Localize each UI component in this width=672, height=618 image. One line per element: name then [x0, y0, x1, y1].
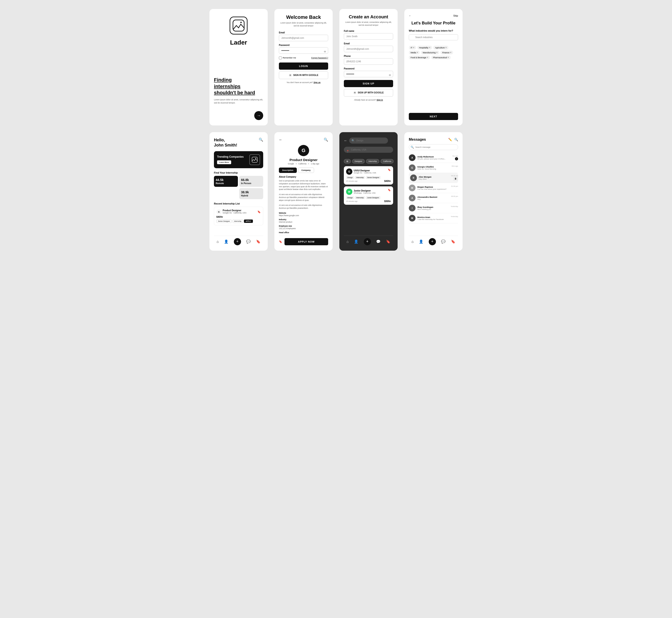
- search-icon[interactable]: 🔍: [259, 137, 263, 142]
- message-nav-icon[interactable]: 💬: [376, 239, 381, 244]
- location-wrap: 📍: [344, 147, 393, 156]
- profile-nav-icon[interactable]: 👤: [419, 239, 423, 244]
- msg-item-monica[interactable]: M Monica Iman I saw the internship for F…: [409, 213, 458, 223]
- remove-finance-tag[interactable]: ×: [450, 51, 451, 54]
- learn-more-button[interactable]: Learn More: [217, 161, 231, 164]
- result-tags-2: Design Internship Junior Designer: [346, 196, 391, 199]
- bookmark-icon-left[interactable]: 🔖: [279, 240, 282, 243]
- msg-item-ilkay[interactable]: I Ilkay Gundogan Nice meeting you Yester…: [409, 203, 458, 213]
- tab-description[interactable]: Description: [279, 168, 297, 173]
- google-signin-button[interactable]: G SIGN IN WITH GOOGLE: [279, 72, 328, 79]
- message-search-input[interactable]: [409, 144, 458, 150]
- tag-finance: Finance×: [441, 50, 453, 55]
- back-button[interactable]: ←: [409, 14, 411, 17]
- back-button[interactable]: ←: [279, 138, 282, 142]
- remove-pharma-tag[interactable]: ×: [448, 56, 449, 59]
- filter-chip-california[interactable]: California: [381, 159, 394, 164]
- avatar-ilkay: I: [409, 205, 415, 211]
- arrow-button[interactable]: →: [254, 111, 263, 120]
- apply-now-button[interactable]: APPLY NOW: [284, 238, 328, 245]
- search-input[interactable]: [349, 137, 388, 143]
- result-card-1[interactable]: G UX/UI Designer Google Inc · California…: [344, 166, 393, 185]
- msg-item-giorgio[interactable]: G Giorgio Chiellini Hello sir, Good Morn…: [409, 163, 458, 173]
- result-card-2[interactable]: W Junior Designer Whatsapp · California,…: [344, 186, 393, 205]
- phone-label: Phone: [344, 55, 393, 57]
- job-card: G Product Designer Google Inc · Californ…: [214, 207, 263, 225]
- remember-label[interactable]: Remember me: [279, 57, 296, 59]
- result-info-2: Junior Designer Whatsapp · California, U…: [354, 190, 375, 194]
- home-nav-icon[interactable]: ⌂: [347, 240, 349, 244]
- google-signup-button[interactable]: G SIGN UP WITH GOOGLE: [344, 89, 393, 97]
- about-company-title: About Company: [279, 176, 328, 178]
- login-button[interactable]: LOGIN: [279, 63, 328, 70]
- msg-preview-monica: I saw the internship for Facebook: [417, 218, 458, 220]
- forgot-password-link[interactable]: Forgot Password ?: [311, 57, 328, 59]
- remove-hospitality-tag[interactable]: ×: [429, 46, 430, 49]
- bookmark-nav-icon[interactable]: 🔖: [451, 239, 455, 244]
- remove-agriculture-tag[interactable]: ×: [445, 46, 447, 49]
- msg-item-andy[interactable]: A Andy Robertson Oh yes, please send you…: [409, 153, 458, 163]
- message-list: A Andy Robertson Oh yes, please send you…: [409, 153, 458, 236]
- landing-screen: Lader Finding internships shouldn't be h…: [209, 9, 268, 125]
- back-button[interactable]: ←: [344, 139, 348, 143]
- location-input[interactable]: [344, 147, 393, 153]
- remove-it-tag[interactable]: ×: [413, 46, 414, 49]
- search-icon: 🔍: [352, 139, 355, 142]
- search-icon[interactable]: 🔍: [454, 138, 458, 141]
- eye-icon[interactable]: 👁: [389, 74, 391, 77]
- result-logo-1: G: [346, 169, 352, 175]
- industry-question: What industries would you intern for?: [409, 29, 458, 32]
- skip-button[interactable]: Skip: [453, 14, 458, 17]
- home-nav-icon[interactable]: ⌂: [411, 240, 414, 244]
- password-input[interactable]: [279, 47, 328, 54]
- compose-icon[interactable]: ✏️: [448, 138, 452, 141]
- phone-input[interactable]: [344, 58, 393, 65]
- message-nav-icon[interactable]: 💬: [441, 239, 446, 244]
- remove-manufacturing-tag[interactable]: ×: [436, 51, 438, 54]
- msg-item-alessandro[interactable]: A Alessandro Bastoni Hey 06:00 pm: [409, 193, 458, 203]
- delete-msg-alex[interactable]: 🗑: [453, 176, 458, 181]
- search-icon[interactable]: 🔍: [324, 137, 328, 142]
- email-input[interactable]: [344, 46, 393, 52]
- signup-button[interactable]: SIGN UP: [344, 80, 393, 87]
- remote-stat: 44.5k Remote: [214, 176, 238, 187]
- filter-chip-internship[interactable]: Internship: [366, 159, 379, 164]
- filter-chip-designer[interactable]: Designer: [352, 159, 365, 164]
- add-nav-button[interactable]: +: [429, 238, 436, 245]
- msg-item-megan[interactable]: M Megan Rapinoe Can we chat about your e…: [409, 183, 458, 193]
- result-bookmark-2[interactable]: 🔖: [388, 189, 391, 192]
- msg-item-alex[interactable]: R Alex Morgan Hey John! 09:30 am 🗑: [409, 173, 458, 183]
- home-nav-icon[interactable]: ⌂: [217, 240, 219, 244]
- company-logo: G: [298, 145, 309, 156]
- profile-nav-icon[interactable]: 👤: [354, 239, 358, 244]
- bookmark-nav-icon[interactable]: 🔖: [256, 239, 261, 244]
- add-nav-button[interactable]: +: [234, 238, 241, 245]
- message-nav-icon[interactable]: 💬: [246, 239, 251, 244]
- fullname-input[interactable]: [344, 33, 393, 40]
- email-input[interactable]: [279, 35, 328, 41]
- apply-button[interactable]: APPLY: [244, 219, 253, 223]
- search-screen: ← 🔍 📍 Designer Internship: [340, 132, 398, 251]
- remove-food-tag[interactable]: ×: [427, 56, 428, 59]
- password-input[interactable]: [344, 71, 393, 77]
- next-button[interactable]: NEXT: [409, 113, 458, 120]
- msg-name-andy: Andy Robertson: [417, 156, 458, 158]
- bookmark-icon[interactable]: 🔖: [257, 210, 261, 213]
- remove-media-tag[interactable]: ×: [417, 51, 418, 54]
- eye-icon[interactable]: 👁: [324, 50, 326, 53]
- remember-checkbox[interactable]: [279, 57, 282, 59]
- signup-link[interactable]: Sign up: [314, 81, 320, 84]
- result-bookmark-1[interactable]: 🔖: [388, 169, 391, 171]
- tab-company[interactable]: Company: [298, 168, 314, 173]
- svg-rect-0: [233, 20, 244, 31]
- signin-link[interactable]: Sign in: [377, 99, 383, 101]
- add-nav-button[interactable]: +: [364, 238, 371, 245]
- filter-chip-settings[interactable]: [344, 159, 351, 164]
- avatar-giorgio: G: [409, 165, 415, 171]
- msg-preview-andy: Oh yes, please send your CV/Res...: [417, 158, 458, 160]
- trending-card: Trending Companies Learn More: [214, 151, 263, 168]
- industry-search-input[interactable]: [409, 34, 458, 40]
- profile-nav-icon[interactable]: 👤: [224, 239, 228, 244]
- password-label: Password: [279, 44, 328, 46]
- bookmark-nav-icon[interactable]: 🔖: [386, 239, 390, 244]
